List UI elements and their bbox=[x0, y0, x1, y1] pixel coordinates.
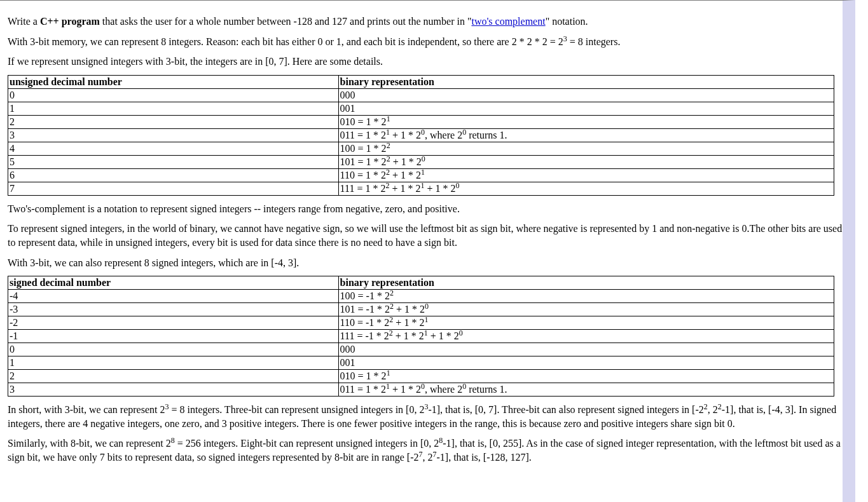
table-cell: 011 = 1 * 21 + 1 * 20, where 20 returns … bbox=[338, 128, 834, 142]
table-cell: 010 = 1 * 21 bbox=[338, 115, 834, 128]
table-cell: 010 = 1 * 21 bbox=[338, 370, 834, 383]
table-row: 1001 bbox=[8, 356, 834, 370]
table-row: 0000 bbox=[8, 88, 834, 102]
intro-paragraph-1: Write a C++ program that asks the user f… bbox=[8, 15, 843, 29]
table-header: unsigned decimal number bbox=[8, 75, 339, 88]
twos-complement-link[interactable]: two's complement bbox=[471, 16, 545, 27]
outro-paragraph-2: Similarly, with 8-bit, we can represent … bbox=[8, 437, 843, 464]
unsigned-table: unsigned decimal number binary represent… bbox=[8, 75, 834, 196]
table-row: 7111 = 1 * 22 + 1 * 21 + 1 * 20 bbox=[8, 182, 834, 195]
text: With 3-bit memory, we can represent 8 in… bbox=[8, 36, 563, 47]
signed-table: signed decimal number binary representat… bbox=[8, 276, 834, 397]
table-cell: 2 bbox=[8, 115, 339, 128]
table-cell: 110 = 1 * 22 + 1 * 21 bbox=[338, 168, 834, 182]
mid-paragraph-1: Two's-complement is a notation to repres… bbox=[8, 202, 843, 216]
table-cell: 001 bbox=[338, 356, 834, 370]
table-header-row: signed decimal number binary representat… bbox=[8, 276, 834, 290]
table-cell: -3 bbox=[8, 303, 339, 316]
intro-paragraph-2: With 3-bit memory, we can represent 8 in… bbox=[8, 35, 843, 49]
intro-paragraph-3: If we represent unsigned integers with 3… bbox=[8, 55, 843, 69]
mid-paragraph-2: To represent signed integers, in the wor… bbox=[8, 222, 843, 249]
table-header: signed decimal number bbox=[8, 276, 339, 290]
text: that asks the user for a whole number be… bbox=[100, 16, 472, 27]
table-header: binary representation bbox=[338, 75, 834, 88]
table-header: binary representation bbox=[338, 276, 834, 290]
table-cell: 000 bbox=[338, 88, 834, 102]
table-cell: 011 = 1 * 21 + 1 * 20, where 20 returns … bbox=[338, 383, 834, 397]
table-cell: 100 = 1 * 22 bbox=[338, 142, 834, 155]
text: = 8 integers. bbox=[567, 36, 621, 47]
table-cell: 7 bbox=[8, 182, 339, 195]
table-row: -1111 = -1 * 22 + 1 * 21 + 1 * 20 bbox=[8, 330, 834, 343]
text: Write a bbox=[8, 16, 40, 27]
table-cell: 100 = -1 * 22 bbox=[338, 290, 834, 303]
table-cell: 1 bbox=[8, 102, 339, 115]
table-row: 1001 bbox=[8, 102, 834, 115]
table-row: -2110 = -1 * 22 + 1 * 21 bbox=[8, 316, 834, 330]
table-row: 3011 = 1 * 21 + 1 * 20, where 20 returns… bbox=[8, 128, 834, 142]
outro-paragraph-1: In short, with 3-bit, we can represent 2… bbox=[8, 403, 843, 430]
table-cell: 101 = -1 * 22 + 1 * 20 bbox=[338, 303, 834, 316]
table-cell: -1 bbox=[8, 330, 339, 343]
table-row: 2010 = 1 * 21 bbox=[8, 370, 834, 383]
table-cell: -4 bbox=[8, 290, 339, 303]
table-row: 6110 = 1 * 22 + 1 * 21 bbox=[8, 168, 834, 182]
table-cell: 110 = -1 * 22 + 1 * 21 bbox=[338, 316, 834, 330]
table-cell: 0 bbox=[8, 343, 339, 356]
table-row: 3011 = 1 * 21 + 1 * 20, where 20 returns… bbox=[8, 383, 834, 397]
table-row: 0000 bbox=[8, 343, 834, 356]
table-cell: -2 bbox=[8, 316, 339, 330]
table-row: -3101 = -1 * 22 + 1 * 20 bbox=[8, 303, 834, 316]
document-page: Write a C++ program that asks the user f… bbox=[0, 0, 855, 502]
table-row: 4100 = 1 * 22 bbox=[8, 142, 834, 155]
table-cell: 101 = 1 * 22 + 1 * 20 bbox=[338, 155, 834, 168]
program-bold: C++ program bbox=[40, 16, 100, 27]
table-row: 2010 = 1 * 21 bbox=[8, 115, 834, 128]
table-row: -4100 = -1 * 22 bbox=[8, 290, 834, 303]
table-cell: 5 bbox=[8, 155, 339, 168]
mid-paragraph-3: With 3-bit, we can also represent 8 sign… bbox=[8, 256, 843, 270]
table-cell: 3 bbox=[8, 128, 339, 142]
table-cell: 0 bbox=[8, 88, 339, 102]
table-header-row: unsigned decimal number binary represent… bbox=[8, 75, 834, 88]
table-cell: 000 bbox=[338, 343, 834, 356]
table-cell: 3 bbox=[8, 383, 339, 397]
table-cell: 4 bbox=[8, 142, 339, 155]
table-cell: 111 = 1 * 22 + 1 * 21 + 1 * 20 bbox=[338, 182, 834, 195]
text: " notation. bbox=[546, 16, 588, 27]
table-cell: 6 bbox=[8, 168, 339, 182]
table-cell: 2 bbox=[8, 370, 339, 383]
table-cell: 001 bbox=[338, 102, 834, 115]
table-row: 5101 = 1 * 22 + 1 * 20 bbox=[8, 155, 834, 168]
table-cell: 1 bbox=[8, 356, 339, 370]
table-cell: 111 = -1 * 22 + 1 * 21 + 1 * 20 bbox=[338, 330, 834, 343]
